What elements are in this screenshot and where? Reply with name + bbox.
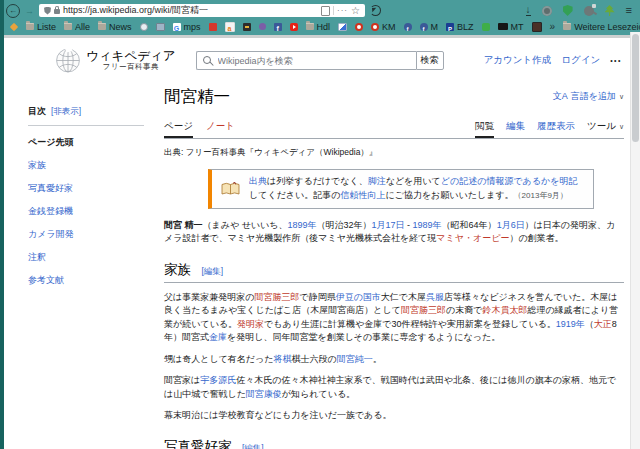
wiki-link[interactable]: 金庫 bbox=[209, 332, 227, 342]
view-edit[interactable]: 編集 bbox=[506, 117, 525, 138]
url-text[interactable]: https://ja.wikipedia.org/wiki/間宮精一 bbox=[63, 4, 318, 17]
wiki-link[interactable]: 1月17日 bbox=[372, 220, 405, 230]
view-read[interactable]: 閲覧 bbox=[475, 117, 494, 138]
bookmark-item[interactable] bbox=[209, 23, 217, 31]
wiki-red-link[interactable]: 間宮勝三郎 bbox=[401, 305, 446, 315]
bookmark-item[interactable]: MT bbox=[498, 22, 524, 32]
wiki-red-link[interactable]: 間宮勝三郎 bbox=[254, 292, 299, 302]
bookmark-item[interactable] bbox=[225, 22, 235, 32]
article-content: 間宮精一 文A 言語を追加 ∨ ページ ノート 閲覧 編集 履歴表示 bbox=[162, 79, 640, 449]
bookmark-item[interactable] bbox=[290, 23, 298, 31]
bookmark-star-icon[interactable]: ☆ bbox=[351, 6, 360, 16]
bookmark-item[interactable]: KM bbox=[371, 22, 396, 32]
bookmark-item[interactable]: Alle bbox=[64, 22, 90, 32]
wiki-link[interactable]: 1月6日 bbox=[497, 220, 525, 230]
wiki-link[interactable]: 1989年 bbox=[413, 220, 442, 230]
wiki-link[interactable]: 宇多源氏 bbox=[200, 375, 236, 385]
more-bookmarks-folder[interactable]: Weitere Lesezeichen bbox=[563, 22, 640, 32]
bookmark-item[interactable] bbox=[259, 23, 266, 30]
wiki-red-link[interactable]: 発明家 bbox=[237, 319, 264, 329]
view-history[interactable]: 履歴表示 bbox=[537, 117, 575, 138]
toc-item[interactable]: 家族 bbox=[28, 159, 162, 172]
extension-leaf-icon[interactable] bbox=[605, 5, 615, 16]
tab-page[interactable]: ページ bbox=[164, 117, 193, 138]
page-scrollbar[interactable] bbox=[630, 32, 640, 449]
bookmark-item[interactable] bbox=[10, 23, 18, 31]
bookmark-item[interactable] bbox=[140, 23, 148, 31]
bookmark-item[interactable]: Liste bbox=[26, 22, 56, 32]
edit-section-link[interactable]: [編集] bbox=[242, 443, 264, 449]
page-action-icon[interactable] bbox=[321, 6, 330, 16]
edit-section-link[interactable]: [編集] bbox=[201, 266, 223, 276]
bookmark-item[interactable]: M bbox=[420, 22, 439, 32]
bookmarks-overflow-chevron[interactable]: » bbox=[550, 21, 556, 32]
toc-item[interactable]: 参考文献 bbox=[28, 274, 162, 287]
bookmark-item[interactable]: Hdl bbox=[306, 22, 331, 32]
wiki-link[interactable]: 信頼性向上 bbox=[340, 190, 385, 200]
downloads-icon[interactable]: ↓ bbox=[526, 5, 531, 16]
wiki-link[interactable]: 将棋 bbox=[273, 354, 291, 364]
wiki-wordmark-tagline: フリー百科事典 bbox=[86, 63, 176, 72]
bookmark-item[interactable] bbox=[338, 23, 347, 31]
wiki-red-link[interactable]: 大正 bbox=[594, 319, 612, 329]
https-lock-icon[interactable] bbox=[54, 9, 60, 14]
extension-key-icon[interactable] bbox=[584, 6, 594, 16]
text-segment: 父は事業家兼発明家の bbox=[164, 292, 254, 302]
wiki-link[interactable]: 伊豆の国市 bbox=[336, 292, 381, 302]
extension-circle-icon[interactable] bbox=[542, 6, 552, 16]
tab-talk[interactable]: ノート bbox=[206, 117, 235, 138]
wiki-link[interactable]: 1899年 bbox=[288, 220, 317, 230]
bookmark-item[interactable]: mps bbox=[173, 22, 201, 32]
url-bar[interactable]: https://ja.wikipedia.org/wiki/間宮精一 ··· ☆ bbox=[39, 4, 365, 17]
bookmark-item[interactable] bbox=[482, 23, 490, 31]
wiki-red-link[interactable]: マミヤ・オーピー bbox=[436, 233, 509, 243]
toc-item[interactable]: ページ先頭 bbox=[28, 136, 162, 149]
back-button[interactable]: ← bbox=[6, 4, 20, 18]
toc-item[interactable]: カメラ開発 bbox=[28, 228, 162, 241]
bookmark-item[interactable]: BLZ bbox=[446, 22, 474, 32]
login-link[interactable]: ログイン bbox=[561, 54, 600, 67]
text-segment: は列挙するだけでなく、 bbox=[267, 176, 368, 186]
wikipedia-logo[interactable]: ウィキペディア フリー百科事典 bbox=[55, 47, 176, 74]
wiki-link[interactable]: 呉服 bbox=[426, 292, 444, 302]
scrollbar-thumb[interactable] bbox=[632, 34, 639, 142]
tracking-protection-shield-icon[interactable] bbox=[44, 7, 51, 15]
wiki-link[interactable]: 間宮康俊 bbox=[246, 389, 282, 399]
search-button[interactable]: 検索 bbox=[416, 51, 444, 70]
main-menu-hamburger-icon[interactable] bbox=[26, 52, 40, 70]
bookmark-item[interactable] bbox=[156, 23, 165, 31]
bookmark-item[interactable] bbox=[532, 22, 542, 32]
bookmark-item[interactable] bbox=[243, 23, 251, 31]
hamburger-menu-icon[interactable]: ≡ bbox=[626, 5, 632, 16]
lead-paragraph: 間宮 精一（まみや せいいち、1899年（明治32年）1月17日 - 1989年… bbox=[164, 219, 624, 246]
page-actions-menu-icon[interactable]: ··· bbox=[337, 8, 348, 14]
wiki-red-link[interactable]: 鈴木貫太郎 bbox=[482, 305, 527, 315]
wiki-link[interactable]: 間宮純一 bbox=[337, 354, 373, 364]
add-language-button[interactable]: 文A 言語を追加 ∨ bbox=[553, 90, 624, 103]
wiki-link[interactable]: 1919年 bbox=[556, 319, 585, 329]
create-account-link[interactable]: アカウント作成 bbox=[484, 54, 552, 67]
search-input[interactable] bbox=[196, 51, 416, 70]
toc-item[interactable]: 金銭登録機 bbox=[28, 205, 162, 218]
text-segment: （まみや せいいち、 bbox=[203, 220, 288, 230]
wiki-link[interactable]: どの記述の情報源であるかを明記 bbox=[441, 176, 578, 186]
bookmark-label: Hdl bbox=[317, 22, 331, 32]
toc-hide-toggle[interactable]: [非表示] bbox=[51, 106, 81, 118]
tools-menu[interactable]: ツール ∨ bbox=[587, 117, 624, 138]
wiki-link[interactable]: 脚注 bbox=[368, 176, 386, 186]
reload-button[interactable] bbox=[370, 5, 381, 16]
bookmark-item[interactable] bbox=[355, 23, 363, 31]
wikipedia-globe-icon bbox=[55, 47, 81, 74]
bookmark-item[interactable] bbox=[274, 23, 282, 31]
toc-item-label: 写真愛好家 bbox=[28, 183, 73, 193]
bookmark-item[interactable]: News bbox=[98, 22, 132, 32]
extension-shield-icon[interactable] bbox=[563, 5, 573, 16]
toc-item[interactable]: 注釈 bbox=[28, 251, 162, 264]
bookmark-item[interactable] bbox=[404, 23, 412, 31]
user-menu-ellipsis-icon[interactable]: ••• bbox=[610, 57, 622, 64]
forward-button[interactable]: → bbox=[25, 6, 34, 16]
text-segment: で静岡県 bbox=[299, 292, 335, 302]
wiki-link[interactable]: 出典 bbox=[249, 176, 267, 186]
section-heading-text: 写真愛好家 bbox=[164, 439, 232, 449]
toc-item[interactable]: 写真愛好家 bbox=[28, 182, 162, 195]
